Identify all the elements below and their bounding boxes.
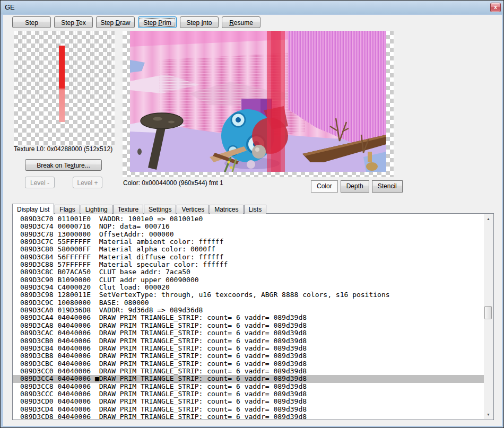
display-list-row[interactable]: 089D3C98 1280011E SetVertexType: through…	[13, 291, 484, 299]
color-mode-button[interactable]: Color	[311, 180, 338, 193]
display-list-row[interactable]: 089D3C7C 55FFFFFF Material ambient color…	[13, 238, 484, 246]
display-list-row[interactable]: 089D3CD8 04040006 DRAW PRIM TRIANGLE_STR…	[13, 413, 484, 419]
tab-lighting[interactable]: Lighting	[81, 205, 112, 214]
display-list-row[interactable]: 089D3CA0 019D36D8 VADDR: 9d36d8 => 089d3…	[13, 307, 484, 314]
display-list-row[interactable]: 089D3CC8 04040006 DRAW PRIM TRIANGLE_STR…	[13, 383, 484, 390]
step-into-button[interactable]: Step Into	[180, 16, 219, 28]
display-list-box: 089D3C70 011001E0 VADDR: 1001e0 => 08100…	[12, 213, 494, 420]
step-toolbar: Step Frame Step Tex Step Draw Step Prim …	[12, 16, 260, 28]
step-prim-button[interactable]: Step Prim	[138, 16, 177, 28]
tab-vertices[interactable]: Vertices	[177, 205, 209, 214]
framebuffer-preview[interactable]	[123, 31, 394, 177]
vertical-scrollbar[interactable]: ▲ ▼	[484, 214, 493, 419]
display-list-row[interactable]: 089D3CC4 04040006 ■DRAW PRIM TRIANGLE_ST…	[13, 375, 484, 382]
display-list-row[interactable]: 089D3C70 011001E0 VADDR: 1001e0 => 08100…	[13, 215, 484, 223]
display-list-rows: 089D3C70 011001E0 VADDR: 1001e0 => 08100…	[13, 214, 484, 419]
display-list-row[interactable]: 089D3CA4 04040006 DRAW PRIM TRIANGLE_STR…	[13, 314, 484, 321]
display-list-row[interactable]: 089D3C88 57FFFFFF Material specular colo…	[13, 261, 484, 268]
tab-flags[interactable]: Flags	[55, 205, 80, 214]
display-list-row[interactable]: 089D3CD4 04040006 DRAW PRIM TRIANGLE_STR…	[13, 406, 484, 413]
step-frame-button[interactable]: Step Frame	[12, 16, 51, 28]
scene-red-stripe	[267, 31, 285, 172]
tab-bar: Display ListFlagsLightingTextureSettings…	[12, 203, 494, 214]
scroll-up-icon[interactable]: ▲	[484, 214, 493, 223]
scene-small-figure	[137, 149, 142, 155]
level-minus-button: Level -	[25, 177, 55, 188]
texture-info-label: Texture L0: 0x04288000 (512x512)	[14, 145, 112, 153]
window-title: GE	[5, 3, 15, 11]
display-list-row[interactable]: 089D3CC0 04040006 DRAW PRIM TRIANGLE_STR…	[13, 368, 484, 375]
display-list-row[interactable]: 089D3CCC 04040006 DRAW PRIM TRIANGLE_STR…	[13, 390, 484, 398]
ge-debugger-window: GE x Step Frame Step Tex Step Draw Step …	[0, 0, 504, 428]
close-icon: x	[494, 4, 497, 10]
framebuffer-mode-buttons: ColorDepthStencil	[311, 180, 403, 193]
texture-preview[interactable]	[14, 31, 115, 145]
display-list-row[interactable]: 089D3CBC 04040006 DRAW PRIM TRIANGLE_STR…	[13, 360, 484, 368]
scroll-down-icon[interactable]: ▼	[484, 410, 493, 419]
display-list-row[interactable]: 089D3CB8 04040006 DRAW PRIM TRIANGLE_STR…	[13, 352, 484, 360]
tab-lists[interactable]: Lists	[244, 205, 267, 214]
display-list-row[interactable]: 089D3CD0 04040006 DRAW PRIM TRIANGLE_STR…	[13, 398, 484, 405]
close-button[interactable]: x	[490, 3, 501, 12]
display-list-row[interactable]: 089D3CAC 04040006 DRAW PRIM TRIANGLE_STR…	[13, 329, 484, 337]
tab-texture[interactable]: Texture	[113, 205, 143, 214]
display-list-row[interactable]: 089D3C94 C4000020 Clut load: 000020	[13, 284, 484, 291]
texture-red-stripe	[59, 46, 65, 122]
display-list-row[interactable]: 089D3C84 56FFFFFF Material diffuse color…	[13, 254, 484, 261]
display-list-row[interactable]: 089D3C80 580000FF Material alpha color: …	[13, 246, 484, 253]
display-list-row[interactable]: 089D3C8C B07ACA50 CLUT base addr: 7aca50	[13, 268, 484, 276]
step-tex-button[interactable]: Step Tex	[54, 16, 93, 28]
client-area: Step Frame Step Tex Step Draw Step Prim …	[3, 15, 502, 426]
display-list-row[interactable]: 089D3CA8 04040006 DRAW PRIM TRIANGLE_STR…	[13, 322, 484, 329]
scrollbar-thumb[interactable]	[484, 306, 492, 319]
display-list-row[interactable]: 089D3C90 B1090000 CLUT addr upper 000900…	[13, 276, 484, 284]
display-list-row[interactable]: 089D3C78 13000000 OffsetAddr: 000000	[13, 231, 484, 238]
debug-tab-control: Display ListFlagsLightingTextureSettings…	[12, 203, 494, 420]
depth-mode-button[interactable]: Depth	[341, 180, 369, 193]
display-list-row[interactable]: 089D3C74 00000716 NOP: data= 000716	[13, 223, 484, 230]
resume-button[interactable]: Resume	[222, 16, 260, 28]
step-draw-button[interactable]: Step Draw	[96, 16, 135, 28]
display-list-row[interactable]: 089D3CB0 04040006 DRAW PRIM TRIANGLE_STR…	[13, 337, 484, 345]
stencil-mode-button[interactable]: Stencil	[372, 180, 403, 193]
tab-matrices[interactable]: Matrices	[210, 205, 243, 214]
display-list-row[interactable]: 089D3CB4 04040006 DRAW PRIM TRIANGLE_STR…	[13, 345, 484, 352]
tab-display-list[interactable]: Display List	[12, 204, 54, 214]
framebuffer-scene	[130, 31, 386, 172]
display-list-row[interactable]: 089D3C9C 10080000 BASE: 080000	[13, 299, 484, 307]
tab-settings[interactable]: Settings	[144, 205, 176, 214]
level-plus-button: Level +	[73, 177, 102, 188]
break-on-texture-button[interactable]: Break on Texture...	[25, 159, 102, 171]
title-bar: GE x	[1, 1, 503, 14]
framebuffer-info-label: Color: 0x00044000 (960x544) fmt 1	[123, 179, 223, 187]
